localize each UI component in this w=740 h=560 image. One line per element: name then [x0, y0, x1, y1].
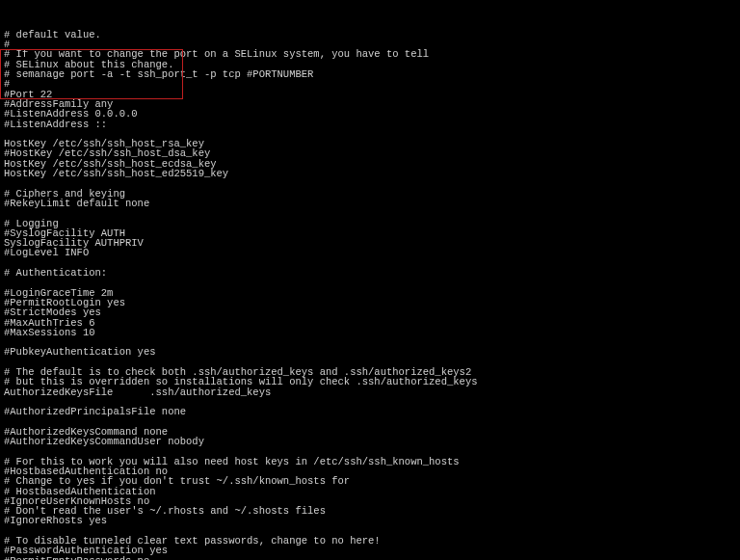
- config-line: #RekeyLimit default none: [4, 199, 736, 208]
- config-line: #PubkeyAuthentication yes: [4, 347, 736, 357]
- config-line: #AuthorizedPrincipalsFile none: [4, 407, 736, 416]
- terminal-viewport[interactable]: # default value.## If you want to change…: [0, 0, 740, 560]
- config-line: HostKey /etc/ssh/ssh_host_ed25519_key: [4, 169, 736, 178]
- config-line: # default value.: [4, 30, 736, 40]
- config-line: # Don't read the user's ~/.rhosts and ~/…: [4, 506, 736, 516]
- config-line: [4, 278, 736, 287]
- config-line: SyslogFacility AUTHPRIV: [4, 238, 736, 248]
- config-line: # Authentication:: [4, 268, 736, 278]
- config-line: #StrictModes yes: [4, 307, 736, 317]
- config-line: AuthorizedKeysFile .ssh/authorized_keys: [4, 387, 736, 397]
- config-line: #PermitEmptyPasswords no: [4, 556, 736, 560]
- config-line: #MaxAuthTries 6: [4, 318, 736, 328]
- config-line: #ListenAddress 0.0.0.0: [4, 109, 736, 119]
- config-file-content: # default value.## If you want to change…: [4, 30, 736, 560]
- config-line: #: [4, 79, 736, 89]
- config-line: #LogLevel INFO: [4, 248, 736, 257]
- config-line: [4, 208, 736, 218]
- config-line: #AuthorizedKeysCommandUser nobody: [4, 437, 736, 446]
- config-line: #MaxSessions 10: [4, 328, 736, 337]
- config-line: # Change to yes if you don't trust ~/.ss…: [4, 476, 736, 486]
- config-line: # semanage port -a -t ssh_port_t -p tcp …: [4, 69, 736, 79]
- config-line: [4, 258, 736, 268]
- config-line: #ListenAddress ::: [4, 120, 736, 129]
- config-line: #PermitRootLogin yes: [4, 298, 736, 307]
- config-line: #IgnoreRhosts yes: [4, 516, 736, 525]
- config-line: #Port 22: [4, 90, 736, 99]
